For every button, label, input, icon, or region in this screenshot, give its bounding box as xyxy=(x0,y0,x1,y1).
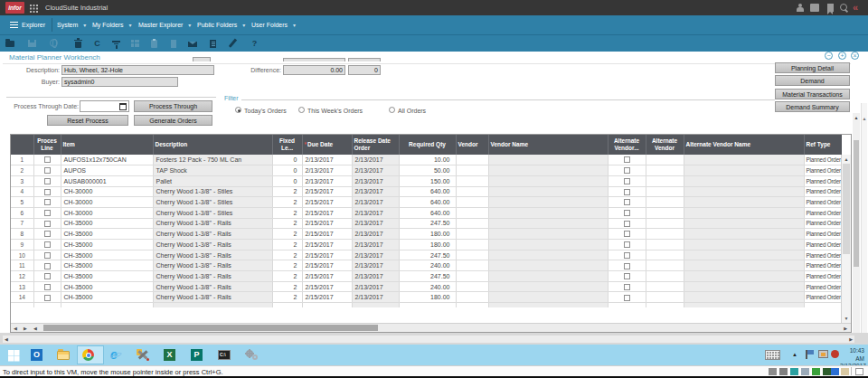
file-icon[interactable] xyxy=(169,39,179,49)
table-row[interactable]: 3AUSAB000001Pallet02/13/20172/13/2017150… xyxy=(11,175,842,186)
buyer-field[interactable]: sysadmin0 xyxy=(61,77,178,87)
menu-system[interactable]: System ▾ xyxy=(57,15,86,34)
collapse-icon[interactable]: « xyxy=(853,1,862,14)
table-row[interactable]: 10CH-35000Cherry Wood 1-3/8" - Rails22/1… xyxy=(11,250,842,260)
process-line-checkbox[interactable] xyxy=(44,221,51,227)
admin-tools-icon[interactable] xyxy=(137,348,150,362)
menu-my-folders[interactable]: My Folders ▾ xyxy=(92,15,132,34)
bluetooth-icon[interactable] xyxy=(831,368,839,375)
column-header-ref[interactable]: Ref Type xyxy=(804,135,842,155)
pencil-icon[interactable] xyxy=(228,39,238,49)
table-row[interactable]: 6CH-30000Cherry Wood 1-3/8" - Stiles22/1… xyxy=(11,207,842,218)
column-header-altVendorName[interactable]: Alternate Vendor Name xyxy=(684,135,804,155)
internet-explorer-icon[interactable]: e xyxy=(110,348,124,362)
alternate-vendor-checkbox[interactable] xyxy=(624,295,630,301)
disk-icon[interactable] xyxy=(801,368,809,375)
monitor-icon[interactable] xyxy=(779,368,788,375)
table-row[interactable]: 7CH-35000Cherry Wood 1-3/8" - Rails22/15… xyxy=(11,218,842,229)
maximize-icon[interactable]: + xyxy=(838,52,846,60)
demand-summary-button[interactable]: Demand Summary xyxy=(775,101,850,112)
column-header-vendor[interactable]: Vendor xyxy=(456,135,488,155)
process-line-checkbox[interactable] xyxy=(44,156,51,163)
card-icon[interactable] xyxy=(841,368,849,375)
planning-detail-button[interactable]: Planning Detail xyxy=(775,62,850,73)
user-icon[interactable] xyxy=(796,4,805,12)
process-line-checkbox[interactable] xyxy=(44,263,51,269)
column-header-qty[interactable]: Required Qty xyxy=(399,135,456,155)
filter-icon[interactable] xyxy=(112,39,122,49)
command-prompt-icon[interactable]: C:\ xyxy=(218,348,231,362)
reset-process-button[interactable]: Reset Process xyxy=(47,115,128,126)
window-icon[interactable] xyxy=(855,368,863,375)
table-row[interactable]: 8CH-35000Cherry Wood 1-3/8" - Rails22/15… xyxy=(11,229,842,240)
table-row[interactable]: 1AUFOS1x12x750CANFosters 12 Pack - 750 M… xyxy=(11,155,842,165)
process-line-checkbox[interactable] xyxy=(44,167,51,174)
process-line-checkbox[interactable] xyxy=(44,189,51,195)
table-row[interactable]: 12CH-35000Cherry Wood 1-3/8" - Rails22/1… xyxy=(11,271,842,282)
publisher-icon[interactable]: P xyxy=(191,348,204,362)
process-line-checkbox[interactable] xyxy=(44,284,51,290)
page-horizontal-scrollbar[interactable]: ◀ ▶ xyxy=(3,335,854,343)
description-field[interactable]: Hub, Wheel, 32-Hole xyxy=(61,65,214,75)
table-row[interactable]: 2AUPOSTAP Shock02/13/20172/13/201750.00P… xyxy=(11,165,842,176)
bookmark-icon[interactable] xyxy=(827,4,834,12)
usb-icon[interactable] xyxy=(823,368,831,375)
printer-icon[interactable] xyxy=(769,368,777,375)
alternate-vendor-checkbox[interactable] xyxy=(624,167,630,174)
table-row[interactable]: 9CH-35000Cherry Wood 1-3/8" - Rails22/15… xyxy=(11,240,842,250)
process-line-checkbox[interactable] xyxy=(44,231,51,237)
keyboard-icon[interactable] xyxy=(765,350,780,360)
process-through-button[interactable]: Process Through xyxy=(134,100,212,112)
table-row[interactable]: 4CH-30000Cherry Wood 1-3/8" - Stiles22/1… xyxy=(11,186,842,197)
table-row[interactable]: 13CH-35000Cherry Wood 1-3/8" - Rails22/1… xyxy=(11,281,842,292)
radio-all-orders[interactable] xyxy=(389,107,395,113)
action-center-flag-icon[interactable] xyxy=(806,350,813,359)
tray-expand-icon[interactable]: ▲ xyxy=(792,352,797,357)
trash-icon[interactable] xyxy=(73,39,83,49)
generate-orders-button[interactable]: Generate Orders xyxy=(134,115,212,126)
alternate-vendor-checkbox[interactable] xyxy=(624,189,630,195)
process-line-checkbox[interactable] xyxy=(44,241,51,248)
notes-icon[interactable] xyxy=(209,39,219,49)
process-line-checkbox[interactable] xyxy=(44,273,51,279)
column-header-due[interactable]: *Due Date xyxy=(302,135,352,155)
process-line-checkbox[interactable] xyxy=(44,295,51,301)
refresh-icon[interactable]: C xyxy=(92,39,102,49)
chat-icon[interactable] xyxy=(810,4,819,12)
column-header-num[interactable] xyxy=(11,135,33,155)
table-row[interactable]: 5CH-30000Cherry Wood 1-3/8" - Stiles22/1… xyxy=(11,197,842,208)
minimize-icon[interactable]: − xyxy=(825,52,833,60)
excel-icon[interactable]: X xyxy=(164,348,177,362)
calendar-icon[interactable] xyxy=(119,103,127,110)
folder-icon[interactable] xyxy=(5,39,15,49)
globe-icon[interactable] xyxy=(50,39,60,49)
alternate-vendor-checkbox[interactable] xyxy=(624,231,630,237)
alternate-vendor-checkbox[interactable] xyxy=(624,252,630,259)
notification-icon[interactable] xyxy=(831,350,839,358)
network-icon[interactable] xyxy=(812,368,820,375)
material-transactions-button[interactable]: Material Transactions xyxy=(775,89,850,99)
windows-start-icon[interactable] xyxy=(7,348,21,362)
alternate-vendor-checkbox[interactable] xyxy=(624,263,630,269)
alternate-vendor-checkbox[interactable] xyxy=(624,210,630,216)
help-icon[interactable]: ? xyxy=(250,39,259,49)
table-row[interactable]: 11CH-35000Cherry Wood 1-3/8" - Rails22/1… xyxy=(11,260,842,271)
clipboard-icon[interactable] xyxy=(150,39,160,49)
alternate-vendor-checkbox[interactable] xyxy=(624,284,630,290)
alternate-vendor-checkbox[interactable] xyxy=(624,178,630,184)
column-header-altVendor[interactable]: Alternate Vendor xyxy=(646,135,684,155)
radio-today-s-orders[interactable] xyxy=(235,107,241,113)
grid-vertical-scrollbar[interactable]: ▲ ▼ xyxy=(841,155,851,323)
column-header-fixed[interactable]: Fixed Le... xyxy=(272,135,302,155)
column-header-process[interactable]: Proces Line xyxy=(33,135,61,155)
column-header-vendorName[interactable]: Vendor Name xyxy=(488,135,608,155)
difference-field-2[interactable]: 0 xyxy=(348,65,381,75)
gears-icon[interactable] xyxy=(246,348,259,362)
demand-button[interactable]: Demand xyxy=(775,75,850,86)
grid-icon[interactable] xyxy=(131,39,141,49)
save-icon[interactable] xyxy=(28,39,38,49)
search-icon[interactable] xyxy=(840,4,849,12)
outlook-icon[interactable]: O xyxy=(31,348,44,362)
column-header-item[interactable]: Item xyxy=(61,135,153,155)
process-line-checkbox[interactable] xyxy=(44,252,51,259)
